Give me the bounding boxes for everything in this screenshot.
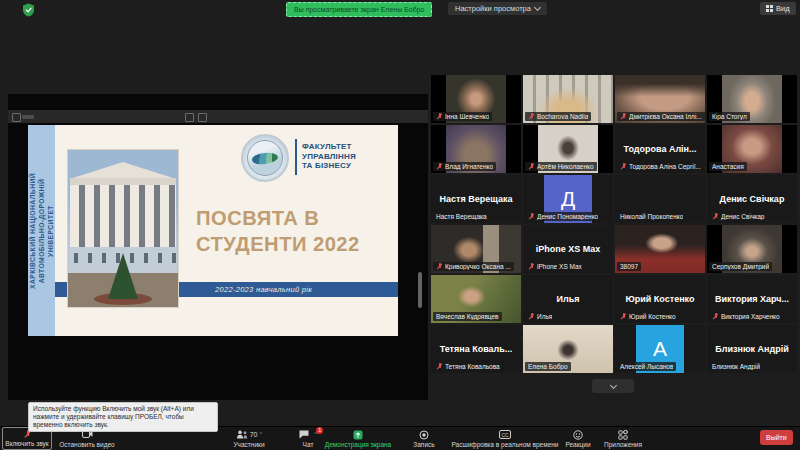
mic-muted-icon bbox=[436, 363, 443, 370]
participant-tile[interactable]: Юрий КостенкоЮрий Костенко bbox=[615, 275, 705, 323]
participant-name-label: Алексей Лысанов bbox=[617, 362, 676, 371]
participant-name-text: Денис Свічкар bbox=[721, 213, 765, 220]
participant-name-label: Денис Пономаренко bbox=[525, 212, 601, 221]
participant-name-text: Артём Николаенко bbox=[537, 163, 594, 170]
scrollbar-handle[interactable] bbox=[418, 272, 422, 308]
participant-name-text: Юрий Костенко bbox=[629, 313, 676, 320]
participant-name-text: Вячеслав Кудрявцев bbox=[436, 313, 499, 320]
participant-tile[interactable]: Влад Игнатенко bbox=[431, 125, 521, 173]
live-transcript-label: Расшифровка в реальном времени bbox=[451, 441, 558, 448]
slide-title: ПОСВЯТА В СТУДЕНТИ 2022 bbox=[196, 205, 360, 256]
participant-tile[interactable]: Анастасия bbox=[707, 125, 797, 173]
presentation-menu-icon[interactable] bbox=[12, 113, 21, 122]
apps-label: Приложения bbox=[604, 441, 642, 448]
university-name-vertical: ХАРКІВСЬКИЙ НАЦІОНАЛЬНИЙ АВТОМОБІЛЬНО-ДО… bbox=[28, 128, 55, 334]
participant-name-label: Тодорова Аліна Сергії... bbox=[617, 162, 704, 171]
zoom-meeting-window: Вы просматриваете экран Елены Бобро Наст… bbox=[0, 0, 800, 450]
participants-button[interactable]: 70 ^ Участники bbox=[221, 427, 277, 450]
mic-muted-icon bbox=[436, 113, 443, 120]
divider bbox=[295, 139, 297, 175]
participant-tile[interactable]: Тетяна Коваль...Тетяна Ковальова bbox=[431, 325, 521, 373]
presentation-tool-icon[interactable] bbox=[185, 113, 194, 122]
participants-count: 70 bbox=[250, 431, 258, 438]
participant-name-label: Анастасия bbox=[709, 162, 747, 171]
participant-name-label: Виктория Харченко bbox=[709, 312, 783, 321]
participant-name-text: Виктория Харченко bbox=[721, 313, 780, 320]
mic-muted-icon bbox=[712, 213, 719, 220]
participants-label: Участники bbox=[233, 441, 264, 448]
participant-tile[interactable]: ДДенис Пономаренко bbox=[523, 175, 613, 223]
faculty-emblem-icon bbox=[241, 134, 289, 182]
participant-tile[interactable]: Елена Бобро bbox=[523, 325, 613, 373]
participant-tile[interactable]: iPhone XS MaxiPhone XS Max bbox=[523, 225, 613, 273]
participant-name-label: Дмитрієва Оксана Іллі... bbox=[617, 112, 705, 121]
leave-button[interactable]: Выйти bbox=[760, 430, 793, 445]
participant-tile[interactable]: ИльяИлья bbox=[523, 275, 613, 323]
participant-name-text: Серпухов Дмитрий bbox=[712, 263, 769, 270]
mic-muted-icon bbox=[528, 113, 535, 120]
year-strip-label: 2022-2023 навчальний рік bbox=[215, 285, 312, 294]
chevron-up-icon[interactable]: ^ bbox=[259, 432, 262, 437]
participant-name-text: Кіра Стогул bbox=[712, 113, 747, 120]
reactions-button[interactable]: Реакции bbox=[558, 427, 598, 450]
slide-counter bbox=[22, 115, 34, 119]
building-entablature bbox=[70, 178, 176, 185]
participant-tile[interactable]: Bocharova Nadiia bbox=[523, 75, 613, 123]
participant-tile[interactable]: Серпухов Дмитрий bbox=[707, 225, 797, 273]
participant-grid: Інна ШевченкоBocharova NadiiaДмитрієва О… bbox=[431, 75, 797, 373]
participant-name-label: Елена Бобро bbox=[525, 362, 571, 371]
svg-text:CC: CC bbox=[501, 432, 509, 438]
participant-name-label: iPhone XS Max bbox=[525, 262, 585, 271]
faculty-line: ТА БІЗНЕСУ bbox=[302, 161, 356, 171]
university-side-band: ХАРКІВСЬКИЙ НАЦІОНАЛЬНИЙ АВТОМОБІЛЬНО-ДО… bbox=[28, 125, 55, 336]
live-transcript-button[interactable]: CC Расшифровка в реальном времени bbox=[450, 427, 560, 450]
view-options-button[interactable]: Настройки просмотра bbox=[448, 2, 547, 15]
cc-icon: CC bbox=[499, 430, 511, 439]
apps-button[interactable]: Приложения bbox=[600, 427, 646, 450]
participant-tile[interactable]: 38097 bbox=[615, 225, 705, 273]
participant-name-label: Настя Верещака bbox=[433, 212, 490, 221]
presentation-pen-icon[interactable] bbox=[198, 113, 207, 122]
participant-tile[interactable]: Дмитрієва Оксана Іллі... bbox=[615, 75, 705, 123]
participant-name-text: Елена Бобро bbox=[528, 363, 568, 370]
view-button-label: Вид bbox=[776, 2, 790, 15]
collapse-grid-button[interactable] bbox=[592, 379, 634, 393]
participant-name-text: Bocharova Nadiia bbox=[537, 113, 588, 120]
participant-tile[interactable]: Настя ВерещакаНастя Верещака bbox=[431, 175, 521, 223]
view-button[interactable]: Вид bbox=[760, 2, 796, 15]
participant-name-label: Близнюк Андрій bbox=[709, 362, 763, 371]
participant-tile[interactable]: Денис СвічкарДенис Свічкар bbox=[707, 175, 797, 223]
participant-name-text: Настя Верещака bbox=[436, 213, 487, 220]
participant-tile[interactable]: Вячеслав Кудрявцев bbox=[431, 275, 521, 323]
mic-muted-icon bbox=[620, 313, 627, 320]
participant-name-text: Тодорова Аліна Сергії... bbox=[629, 163, 701, 170]
participant-tile[interactable]: Артём Николаенко bbox=[523, 125, 613, 173]
record-button[interactable]: Запись bbox=[406, 427, 442, 450]
view-options-label: Настройки просмотра bbox=[455, 2, 531, 15]
faculty-line: ФАКУЛЬТЕТ bbox=[302, 142, 356, 152]
participant-tile[interactable]: Виктория Харч...Виктория Харченко bbox=[707, 275, 797, 323]
presentation-toolbar bbox=[8, 110, 428, 123]
grid-view-icon bbox=[766, 5, 773, 12]
participant-tile[interactable]: Інна Шевченко bbox=[431, 75, 521, 123]
presentation-slide: 2022-2023 навчальний рік ХАРКІВСЬКИЙ НАЦ… bbox=[28, 125, 398, 336]
participant-tile[interactable]: ААлексей Лысанов bbox=[615, 325, 705, 373]
participant-tile[interactable]: Кіра Стогул bbox=[707, 75, 797, 123]
share-screen-button[interactable]: Демонстрация экрана bbox=[316, 427, 400, 450]
participant-name-text: Илья bbox=[537, 313, 552, 320]
participant-tile[interactable]: Криворучко Оксана ... bbox=[431, 225, 521, 273]
share-screen-icon bbox=[353, 430, 363, 440]
apps-icon bbox=[618, 430, 628, 440]
faculty-name: ФАКУЛЬТЕТ УПРАВЛІННЯ ТА БІЗНЕСУ bbox=[302, 142, 356, 171]
participant-tile[interactable]: Близнюк АндрійБлизнюк Андрій bbox=[707, 325, 797, 373]
chat-icon bbox=[299, 430, 309, 439]
participant-name-label: Кіра Стогул bbox=[709, 112, 750, 121]
building-columns bbox=[70, 185, 176, 247]
participant-name-label: Юрий Костенко bbox=[617, 312, 679, 321]
mic-muted-icon bbox=[528, 313, 535, 320]
security-shield-icon[interactable] bbox=[22, 3, 35, 17]
participant-name-text: Криворучко Оксана ... bbox=[445, 263, 511, 270]
participant-tile[interactable]: Николай Прокопенко bbox=[615, 175, 705, 223]
mic-muted-icon bbox=[528, 163, 535, 170]
participant-tile[interactable]: Тодорова Алін...Тодорова Аліна Сергії... bbox=[615, 125, 705, 173]
